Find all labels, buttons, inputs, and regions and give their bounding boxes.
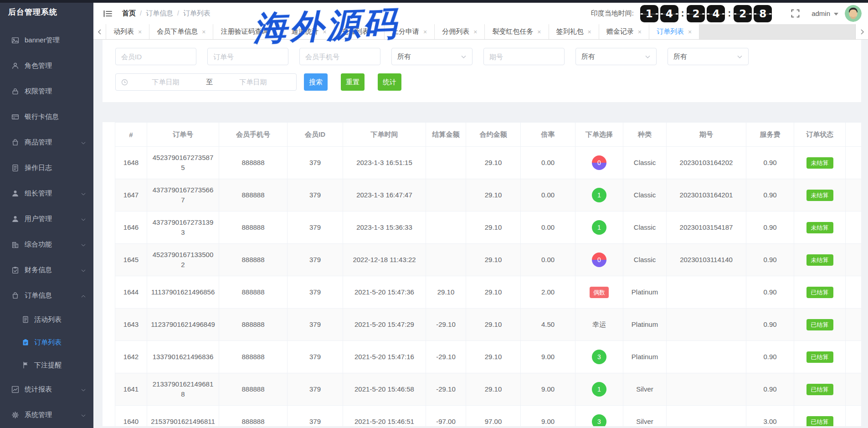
sidebar-item-label: 角色管理 (25, 62, 52, 70)
tabs-scroll-left-icon[interactable] (93, 24, 106, 39)
tab-order-list[interactable]: 订单列表× (649, 24, 699, 39)
cell-index: 1645 (115, 244, 147, 276)
tab-register-code-query[interactable]: 注册验证码查询× (213, 24, 284, 39)
order-date-range-picker[interactable]: 下单日期 至 下单日期 (115, 73, 297, 91)
sidebar-item-user-management[interactable]: 用户管理 (0, 206, 93, 232)
member-phone-input[interactable] (299, 48, 380, 65)
tab-activity-list[interactable]: 动列表× (106, 24, 149, 39)
tab-close-icon[interactable]: × (202, 28, 205, 36)
sidebar-item-product-management[interactable]: 商品管理 (0, 129, 93, 155)
cell-order-time: 2023-1-3 16:47:47 (343, 179, 426, 211)
period-input[interactable] (483, 48, 565, 65)
cell-settle-amount (426, 211, 466, 244)
cell-order-no: 11137901621496856 (147, 276, 219, 309)
tab-close-icon[interactable]: × (423, 28, 427, 36)
tab-close-icon[interactable]: × (373, 28, 377, 36)
sidebar-item-statistics-report[interactable]: 统计报表 (0, 376, 93, 402)
user-dropdown-caret-icon[interactable] (834, 13, 838, 15)
breadcrumb-item[interactable]: 订单列表 (183, 9, 211, 17)
sidebar-item-operation-log[interactable]: 操作日志 (0, 155, 93, 180)
tab-close-icon[interactable]: × (138, 28, 142, 36)
cell-kind: Platinum (623, 276, 667, 309)
orders-table-panel: #订单号会员手机号会员ID下单时间结算金额合约金额倍率下单选择种类期号服务费订单… (103, 122, 861, 426)
breadcrumb-item[interactable]: 订单信息 (146, 9, 173, 17)
admin-username[interactable]: admin (812, 10, 830, 17)
tab-close-icon[interactable]: × (323, 28, 327, 36)
sidebar-item-finance-info[interactable]: 财务信息 (0, 257, 93, 283)
member-id-input[interactable] (115, 48, 196, 65)
order-no-input[interactable] (207, 48, 288, 65)
sidebar-item-permission-management[interactable]: 权限管理 (0, 78, 93, 104)
sidebar-item-banner-management[interactable]: banner管理 (0, 27, 93, 53)
cell-service-fee: 0.90 (746, 373, 794, 406)
user-avatar[interactable] (845, 5, 862, 22)
tab-close-icon[interactable]: × (473, 28, 477, 36)
cell-order-time: 2021-5-20 15:47:29 (343, 309, 426, 341)
tab-label: 充值列表 (342, 27, 369, 36)
table-row: 1647 43737901672735667 888888 379 2023-1… (115, 179, 862, 211)
tab-red-packet-task[interactable]: 裂变红包任务× (485, 24, 549, 39)
cell-member-id: 379 (288, 244, 343, 276)
sidebar-item-general-functions[interactable]: 综合功能 (0, 232, 93, 257)
tab-close-icon[interactable]: × (588, 28, 591, 36)
tab-signin-gift[interactable]: 签到礼包× (549, 24, 599, 39)
sidebar-item-bank-card-info[interactable]: 银行卡信息 (0, 104, 93, 129)
sidebar-item-bet-reminder[interactable]: 下注提醒 (0, 354, 93, 376)
sidebar-item-label: 综合功能 (25, 240, 52, 249)
sidebar-item-system-management[interactable]: 系统管理 (0, 402, 93, 428)
shopping-bag-icon (11, 139, 19, 146)
cell-member-phone: 888888 (219, 309, 288, 341)
reset-button[interactable]: 重置 (341, 73, 365, 91)
chevron-down-icon (737, 54, 743, 60)
cell-contract-amount: 29.10 (466, 211, 521, 244)
column-header-empty (846, 123, 862, 147)
sidebar-item-activity-list[interactable]: 活动列表 (0, 308, 93, 331)
cell-order-choice: 偶数 (575, 276, 623, 309)
sidebar-item-order-info[interactable]: 订单信息 (0, 283, 93, 308)
filter-select-2[interactable]: 所有 (575, 48, 657, 65)
tab-recharge-list[interactable]: 充值列表× (334, 24, 385, 39)
filter-select-3[interactable]: 所有 (668, 48, 749, 65)
sidebar-menu: banner管理角色管理权限管理银行卡信息商品管理操作日志组长管理用户管理综合功… (0, 24, 93, 428)
cell-order-no: 11237901621496849 (147, 309, 219, 341)
tab-close-icon[interactable]: × (638, 28, 642, 36)
filter-select-1[interactable]: 所有 (391, 48, 473, 65)
cell-order-status: 已结算 (794, 341, 846, 373)
cell-index: 1640 (115, 406, 147, 427)
cell-order-time: 2021-5-20 15:46:51 (343, 406, 426, 427)
tabs-scroll-right-icon[interactable] (855, 24, 868, 39)
cell-order-no: 43737901672731393 (147, 211, 219, 244)
tab-label: 注册验证码查询 (221, 27, 268, 36)
cell-kind: Classic (623, 179, 667, 211)
cell-member-id: 379 (288, 211, 343, 244)
cell-index: 1648 (115, 147, 147, 179)
sidebar-item-order-list[interactable]: 订单列表 (0, 331, 93, 354)
cell-period: 20230103164201 (667, 179, 746, 211)
sidebar-item-role-management[interactable]: 角色管理 (0, 53, 93, 78)
stats-button[interactable]: 统计 (378, 73, 401, 91)
image-icon (11, 36, 19, 44)
breadcrumb-item[interactable]: 首页 (122, 9, 136, 17)
cell-rate: 4.50 (521, 309, 575, 341)
status-badge: 未结算 (806, 157, 833, 169)
tab-close-icon[interactable]: × (537, 28, 541, 36)
tab-bonus-record[interactable]: 赠金记录× (599, 24, 649, 39)
chevron-up-icon (81, 293, 86, 298)
search-button[interactable]: 搜索 (304, 73, 328, 91)
cell-period (667, 341, 746, 373)
tab-close-icon[interactable]: × (272, 28, 276, 36)
sidebar-collapse-icon[interactable] (103, 10, 112, 17)
sidebar-item-leader-management[interactable]: 组长管理 (0, 180, 93, 206)
tab-member-order-info[interactable]: 会员下单信息× (149, 24, 213, 39)
cell-member-id: 379 (288, 276, 343, 309)
cell-member-phone: 888888 (219, 341, 288, 373)
sidebar-item-label: 操作日志 (25, 164, 52, 172)
tab-score-request[interactable]: 上分申请× (385, 24, 435, 39)
tab-label: 签到礼包 (556, 27, 584, 36)
tab-channel-stats[interactable]: 通道统计× (284, 24, 334, 39)
tab-close-icon[interactable]: × (688, 28, 692, 36)
sidebar-item-label: 系统管理 (25, 411, 52, 419)
tab-commission-list[interactable]: 分佣列表× (435, 24, 485, 39)
fullscreen-icon[interactable] (791, 9, 800, 18)
chevron-down-icon (645, 54, 651, 60)
